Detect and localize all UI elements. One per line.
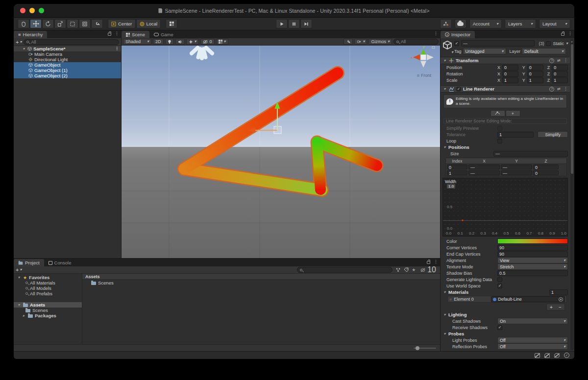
active-checkbox[interactable]: ✓ <box>454 41 459 46</box>
lighting-foldout[interactable]: ▾Lighting <box>441 311 570 318</box>
pivot-toggle-button[interactable]: Center <box>108 19 136 28</box>
position-x-field[interactable]: 0 <box>502 65 518 71</box>
component-menu-icon[interactable]: ⋮ <box>564 58 568 63</box>
asset-scenes-folder[interactable]: Scenes <box>82 280 440 286</box>
thumbnail-size-slider[interactable] <box>414 348 436 349</box>
rotation-y-field[interactable]: 0 <box>527 71 543 77</box>
tab-hierarchy[interactable]: ≡Hierarchy <box>14 31 47 38</box>
foldout-open-icon[interactable]: ▾ <box>22 47 26 51</box>
scene-menu-icon[interactable]: ⋮ <box>115 47 119 51</box>
presets-icon[interactable]: ⇄ <box>557 58 561 63</box>
index-field[interactable]: 1 <box>447 170 467 175</box>
scene-visibility-button[interactable]: 0 <box>200 39 215 45</box>
y-field[interactable]: — <box>501 165 532 169</box>
corner-vertices-field[interactable]: 90 <box>497 245 568 251</box>
scene-camera-dropdown[interactable]: ▾ <box>354 39 367 45</box>
scene-lighting-button[interactable] <box>165 39 174 45</box>
tab-scene[interactable]: Scene <box>122 31 149 38</box>
axis-center-cube[interactable] <box>421 55 426 60</box>
end-cap-vertices-field[interactable]: 90 <box>497 251 568 257</box>
2d-toggle-button[interactable]: 2D <box>153 39 164 45</box>
x-field[interactable]: — <box>468 170 500 175</box>
scene-audio-button[interactable] <box>175 39 185 45</box>
cast-shadows-dropdown[interactable]: On▾ <box>497 318 568 324</box>
rotation-z-field[interactable]: 0 <box>552 71 568 77</box>
position-y-field[interactable]: 0 <box>527 65 543 71</box>
x-field[interactable]: — <box>468 165 500 169</box>
step-button[interactable] <box>300 19 312 28</box>
scene-grid-dropdown[interactable]: ▾ <box>216 39 228 45</box>
cloud-button[interactable] <box>455 19 466 28</box>
tolerance-field[interactable]: 1 <box>497 132 534 138</box>
favorites-filter-icon[interactable]: ★ <box>412 267 416 272</box>
caret-down-icon[interactable]: ▾ <box>566 42 568 46</box>
scale-tool-button[interactable] <box>54 19 66 28</box>
object-picker-icon[interactable] <box>559 297 563 302</box>
play-button[interactable] <box>276 19 288 28</box>
remove-material-button[interactable]: − <box>556 304 564 310</box>
scenes-folder-row[interactable]: Scenes <box>14 308 82 313</box>
search-by-type-icon[interactable] <box>395 267 401 272</box>
presets-icon[interactable]: ⇄ <box>557 87 561 91</box>
lock-icon[interactable] <box>561 33 564 36</box>
panel-menu-icon[interactable]: ⋮ <box>115 31 119 36</box>
scale-y-field[interactable]: 1 <box>527 77 543 83</box>
hierarchy-search-input[interactable]: All <box>24 39 119 45</box>
hierarchy-item-gameobject-2[interactable]: GameObject (2) <box>14 73 121 78</box>
account-dropdown[interactable]: Account▾ <box>469 19 502 28</box>
tab-game[interactable]: Game <box>149 31 178 38</box>
custom-tool-button[interactable] <box>91 19 103 28</box>
probes-foldout[interactable]: ▾Probes <box>441 331 570 337</box>
scale-z-field[interactable]: 1 <box>552 77 568 83</box>
bake-disabled-icon[interactable] <box>544 353 550 358</box>
inspector-scrollbar[interactable]: ▸ <box>570 39 574 350</box>
favorites-folder[interactable]: ▾★Favorites <box>14 275 82 280</box>
favorite-all-models[interactable]: All Models <box>14 285 82 291</box>
z-field[interactable]: 0 <box>533 170 559 175</box>
tag-dropdown[interactable]: Untagged▾ <box>463 48 506 54</box>
transform-tool-button[interactable] <box>79 19 91 28</box>
foldout-closed-icon[interactable]: ▸ <box>22 313 26 318</box>
line-renderer-b[interactable] <box>317 142 320 190</box>
object-icon-dropdown[interactable]: ▾ <box>442 40 452 54</box>
foldout-open-icon[interactable]: ▾ <box>17 275 21 280</box>
object-name-field[interactable]: — <box>461 40 535 47</box>
hierarchy-item-gameobject-1[interactable]: GameObject (1) <box>14 68 121 73</box>
scene-viewport[interactable]: y x ≡Front <box>122 46 440 258</box>
rect-tool-button[interactable] <box>67 19 78 28</box>
materials-count-field[interactable]: 1 <box>549 289 568 295</box>
search-by-label-icon[interactable] <box>404 267 409 272</box>
additional-settings-foldout[interactable]: ▾Additional Settings <box>441 350 570 351</box>
material-element-row[interactable]: = Element 0 Default-Line <box>447 296 567 303</box>
create-asset-button[interactable]: +▾ <box>16 267 22 273</box>
hierarchy-item-gameobject[interactable]: GameObject <box>14 62 121 68</box>
help-icon[interactable]: ? <box>549 58 554 63</box>
tab-inspector[interactable]: iInspector <box>441 31 475 38</box>
packages-folder-row[interactable]: ▸Packages <box>14 313 82 318</box>
scene-effects-dropdown[interactable]: ▾ <box>186 39 199 45</box>
layers-dropdown[interactable]: Layers▾ <box>505 19 536 28</box>
auto-generate-lighting-off-icon[interactable] <box>535 353 540 358</box>
loop-checkbox[interactable] <box>497 139 502 143</box>
layer-dropdown[interactable]: Default▾ <box>522 48 566 54</box>
scale-x-field[interactable]: 1 <box>502 77 518 83</box>
project-search-input[interactable] <box>297 267 392 273</box>
light-probes-dropdown[interactable]: Off▾ <box>497 337 568 343</box>
panel-menu-icon[interactable]: ⋮ <box>434 31 438 36</box>
grid-snap-button[interactable] <box>166 19 177 28</box>
move-tool-button[interactable] <box>30 19 42 28</box>
materials-foldout[interactable]: ▾Materials 1 <box>441 289 570 295</box>
static-checkbox[interactable] <box>546 41 551 46</box>
tab-project[interactable]: Project <box>14 259 44 266</box>
index-field[interactable]: 0 <box>447 165 467 169</box>
collab-button[interactable] <box>440 19 452 28</box>
y-field[interactable]: — <box>501 170 532 175</box>
edit-points-button[interactable] <box>490 110 505 117</box>
alignment-dropdown[interactable]: View▾ <box>497 257 568 263</box>
curve-key-point[interactable] <box>462 219 464 221</box>
component-enabled-checkbox[interactable]: ✓ <box>457 87 461 91</box>
scroll-up-icon[interactable]: ▸ <box>570 40 574 43</box>
hand-tool-button[interactable] <box>18 19 29 28</box>
reflection-bake-disabled-icon[interactable] <box>554 353 560 358</box>
drag-handle-icon[interactable]: = <box>449 297 452 302</box>
